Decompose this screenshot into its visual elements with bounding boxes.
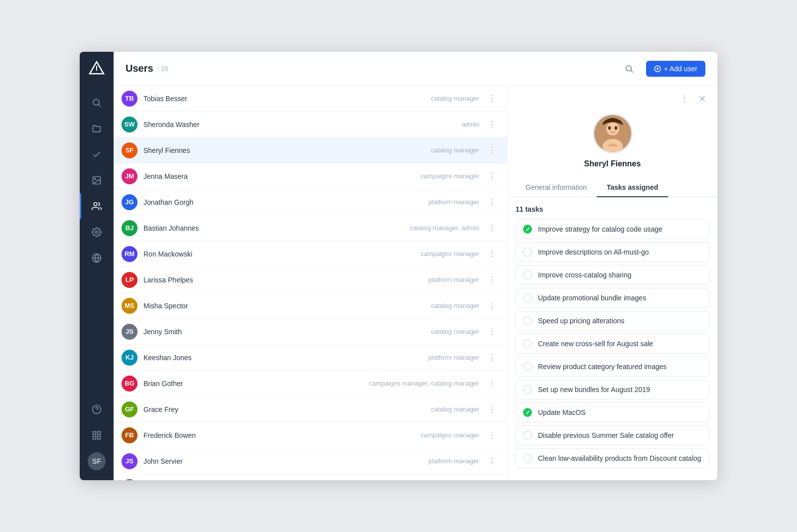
user-name: Brian Gother [143, 380, 369, 388]
current-user-avatar[interactable]: SF [88, 452, 106, 470]
user-menu-button[interactable]: ⋮ [485, 143, 499, 157]
task-item[interactable]: Disable previous Summer Sale catalog off… [516, 425, 709, 445]
sidebar-item-search[interactable] [80, 90, 114, 116]
user-row[interactable]: BJBastian Johannescatalog manager, admin… [114, 215, 507, 241]
user-avatar: TB [122, 91, 137, 107]
task-checkbox[interactable] [523, 454, 532, 463]
sidebar-item-media[interactable] [80, 167, 114, 193]
user-menu-button[interactable]: ⋮ [485, 118, 499, 132]
task-label: Disable previous Summer Sale catalog off… [538, 431, 674, 439]
more-options-button[interactable] [677, 92, 691, 106]
sidebar-item-globe[interactable] [80, 245, 114, 271]
task-checkbox[interactable] [523, 248, 532, 257]
task-checkbox[interactable] [523, 225, 532, 234]
task-checkbox[interactable] [523, 408, 532, 417]
sidebar-item-tasks[interactable] [80, 141, 114, 167]
add-icon [654, 65, 661, 72]
users-icon [92, 201, 102, 211]
user-role: catalog manager, admin [410, 224, 479, 232]
user-avatar: JG [122, 194, 137, 210]
task-item[interactable]: Create new cross-sell for August sale [516, 334, 709, 354]
sidebar-item-users[interactable] [80, 193, 114, 219]
user-row[interactable]: TBTobias Bessercatalog manager⋮ [114, 86, 507, 112]
image-icon [92, 175, 102, 185]
user-name: Misha Spector [143, 302, 431, 310]
user-menu-button[interactable]: ⋮ [485, 195, 499, 209]
user-role: campaigns manager, catalog manager [369, 380, 479, 387]
user-row[interactable]: BGBrian Gothercampaigns manager, catalog… [114, 371, 507, 397]
task-item[interactable]: Improve descriptions on All-must-go [516, 242, 709, 262]
tasks-container: Improve strategy for catalog code usageI… [516, 219, 709, 468]
sidebar-item-files[interactable] [80, 116, 114, 141]
user-menu-button[interactable]: ⋮ [485, 377, 499, 391]
user-avatar: BJ [122, 220, 137, 236]
user-row[interactable]: JSJenny Smithcatalog manager⋮ [114, 319, 507, 345]
user-row[interactable]: JGJonathan Gorghplatform manager⋮ [114, 189, 507, 215]
user-row[interactable]: JSJohn Servierplatform manager⋮ [114, 448, 507, 474]
user-row[interactable]: LPLarissa Phelpesplatform manager⋮ [114, 267, 507, 293]
user-menu-button[interactable]: ⋮ [485, 480, 499, 481]
user-menu-button[interactable]: ⋮ [485, 273, 499, 287]
user-menu-button[interactable]: ⋮ [485, 325, 499, 339]
user-menu-button[interactable]: ⋮ [485, 92, 499, 106]
header-search-icon [625, 64, 634, 73]
task-checkbox[interactable] [523, 316, 532, 325]
app-window: SF Users 16 + Add user TBTobias Be [80, 52, 717, 480]
user-menu-button[interactable]: ⋮ [485, 221, 499, 235]
sidebar: SF [80, 52, 114, 480]
task-checkbox[interactable] [523, 339, 532, 348]
task-item[interactable]: Update promotional bundle images [516, 288, 709, 308]
user-row[interactable]: RFRashida Fuellercatalog manager⋮ [114, 474, 507, 480]
task-item[interactable]: Clean low-availability products from Dis… [516, 448, 709, 468]
tab-general[interactable]: General information [516, 178, 597, 197]
logo[interactable] [80, 52, 114, 86]
task-item[interactable]: Speed up pricing alterations [516, 311, 709, 331]
sidebar-item-help[interactable] [80, 397, 114, 422]
tab-tasks[interactable]: Tasks assigned [597, 178, 668, 197]
user-avatar: JS [122, 453, 137, 469]
task-checkbox[interactable] [523, 362, 532, 371]
user-row[interactable]: SFSheryl Fiennescatalog manager⋮ [114, 137, 507, 163]
tasks-section: 11 tasks Improve strategy for catalog co… [508, 197, 717, 480]
task-checkbox[interactable] [523, 431, 532, 440]
profile-avatar [593, 114, 633, 153]
user-menu-button[interactable]: ⋮ [485, 454, 499, 468]
close-panel-button[interactable] [695, 92, 709, 106]
task-checkbox[interactable] [523, 270, 532, 279]
task-label: Create new cross-sell for August sale [538, 340, 653, 348]
search-button[interactable] [620, 60, 638, 78]
user-name: Ron Mackowski [143, 250, 420, 258]
user-name: Sheryl Fiennes [143, 146, 431, 154]
user-menu-button[interactable]: ⋮ [485, 169, 499, 183]
task-checkbox[interactable] [523, 385, 532, 394]
add-user-button[interactable]: + Add user [646, 61, 705, 77]
user-menu-button[interactable]: ⋮ [485, 351, 499, 365]
user-row[interactable]: JMJenna Maseracampaigns manager⋮ [114, 163, 507, 189]
logo-icon [89, 61, 105, 77]
user-row[interactable]: GFGrace Freycatalog manager⋮ [114, 397, 507, 422]
task-item[interactable]: Review product category featured images [516, 357, 709, 377]
sidebar-item-grid[interactable] [80, 422, 114, 448]
user-list: TBTobias Bessercatalog manager⋮SWSherond… [114, 86, 507, 480]
user-row[interactable]: KJKeeshan Jonesplatform manager⋮ [114, 345, 507, 371]
user-avatar: RM [122, 246, 137, 262]
user-avatar: LP [122, 272, 137, 288]
sidebar-item-settings[interactable] [80, 219, 114, 245]
task-checkbox[interactable] [523, 293, 532, 302]
svg-line-17 [631, 70, 633, 72]
user-row[interactable]: RMRon Mackowskicampaigns manager⋮ [114, 241, 507, 267]
user-menu-button[interactable]: ⋮ [485, 428, 499, 442]
user-row[interactable]: SWSheronda Washeradmin⋮ [114, 112, 507, 137]
user-row[interactable]: MSMisha Spectorcatalog manager⋮ [114, 293, 507, 319]
user-menu-button[interactable]: ⋮ [485, 402, 499, 416]
check-icon [92, 149, 102, 159]
user-menu-button[interactable]: ⋮ [485, 299, 499, 313]
task-item[interactable]: Set up new bundles for August 2019 [516, 380, 709, 399]
task-item[interactable]: Improve cross-catalog sharing [516, 265, 709, 285]
user-avatar: JS [122, 324, 137, 340]
tasks-count: 11 tasks [516, 205, 709, 213]
user-menu-button[interactable]: ⋮ [485, 247, 499, 261]
task-item[interactable]: Update MacOS [516, 402, 709, 422]
user-row[interactable]: FBFrederick Bowencampaigns manager⋮ [114, 422, 507, 448]
task-item[interactable]: Improve strategy for catalog code usage [516, 219, 709, 239]
